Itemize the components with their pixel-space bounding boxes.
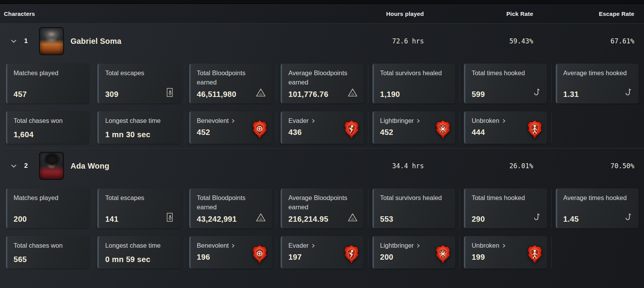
stat-card: Total chases won565	[6, 236, 89, 269]
stat-card-cell: Longest chase time1 mn 30 sec	[97, 111, 180, 144]
stat-card-label-text: Benevolent	[197, 241, 229, 250]
stat-card-label-text: Longest chase time	[105, 241, 160, 250]
stat-card-cell: Longest chase time0 mn 59 sec	[97, 236, 180, 269]
stat-card-value: 216,214.95	[288, 215, 328, 224]
stat-card-value: 309	[105, 90, 118, 99]
stat-card: Benevolent196	[189, 236, 272, 269]
bloodpoints-icon	[348, 213, 358, 224]
stat-card: Longest chase time0 mn 59 sec	[97, 236, 180, 269]
stat-card-value-row: 565	[14, 255, 83, 264]
stat-card-label-text: Evader	[288, 116, 308, 126]
empty-cell	[556, 111, 639, 144]
stat-card: Lightbringer452	[372, 111, 455, 144]
stat-card-value-row: 599	[472, 88, 541, 99]
stat-card-label-text: Total escapes	[105, 193, 144, 203]
stat-card-value-row: 200	[14, 215, 83, 224]
chevron-right-icon	[231, 243, 235, 248]
stat-card-value: 457	[14, 90, 27, 99]
stat-card-value: 46,511,980	[197, 90, 236, 99]
stat-card: Total escapes141	[97, 188, 180, 228]
stat-card-label-text: Average times hooked	[563, 193, 627, 203]
expand-chevron-icon[interactable]	[8, 160, 19, 172]
character-row-left: 2Ada Wong	[4, 152, 314, 180]
stat-card-label: Total times hooked	[472, 193, 541, 203]
stat-card-cell: Average Bloodpoints earned216,214.95	[281, 188, 363, 228]
stat-card-label: Total chases won	[14, 116, 83, 126]
stat-card-value-row: 101,776.76	[288, 88, 358, 99]
stat-card-value-row: 0 mn 59 sec	[105, 255, 175, 264]
stat-card: Benevolent452	[189, 111, 272, 144]
empty-cell	[556, 236, 639, 269]
stat-card-value: 436	[288, 128, 301, 137]
stat-card-label-text: Matches played	[14, 193, 59, 203]
character-row[interactable]: 1Gabriel Soma72.6 hrs59.43%67.61%	[0, 24, 644, 59]
stat-card-label: Total survivors healed	[380, 69, 450, 78]
stat-card-cell: Total chases won565	[6, 236, 89, 269]
stat-card: Matches played200	[6, 188, 89, 228]
stat-card-label: Total Bloodpoints earned	[197, 193, 267, 212]
stat-card-value: 197	[288, 253, 301, 262]
stat-cards-row: Total chases won565Longest chase time0 m…	[6, 236, 639, 269]
expand-chevron-icon[interactable]	[8, 35, 19, 47]
stat-card-value: 43,242,991	[197, 215, 237, 224]
stat-card: Unbroken199	[464, 236, 547, 269]
stat-card-cell: Evader436	[281, 111, 363, 144]
stat-card-label: Total chases won	[14, 241, 83, 250]
rank-number: 2	[19, 162, 33, 170]
stat-cards-row: Matches played200Total escapes141Total B…	[6, 188, 639, 228]
character-name: Ada Wong	[71, 162, 109, 171]
stat-card-value: 565	[14, 255, 27, 264]
stat-card-cell: Lightbringer452	[372, 111, 455, 144]
stat-card: Longest chase time1 mn 30 sec	[97, 111, 180, 144]
character-section: 1Gabriel Soma72.6 hrs59.43%67.61%Matches…	[0, 24, 644, 144]
character-stats-screen: Characters Hours played Pick Rate Escape…	[0, 0, 644, 288]
hook-icon	[624, 212, 633, 224]
stat-card: Lightbringer200	[372, 236, 455, 269]
stat-card-value-row: 309	[105, 88, 175, 99]
stat-card-cell: Total escapes309	[97, 64, 180, 103]
table-header: Characters Hours played Pick Rate Escape…	[0, 4, 644, 24]
character-row[interactable]: 2Ada Wong34.4 hrs26.01%70.50%	[0, 148, 644, 183]
stat-card: Unbroken444	[464, 111, 547, 144]
stat-card: Average times hooked1.45	[556, 188, 639, 228]
stat-card-label-text: Longest chase time	[105, 116, 160, 126]
stat-card-label-text: Lightbringer	[380, 116, 414, 126]
stat-card: Total survivors healed553	[372, 188, 455, 228]
character-avatar	[39, 152, 64, 180]
chevron-right-icon	[502, 243, 506, 248]
stat-card-value: 1 mn 30 sec	[105, 130, 150, 139]
stat-card-label: Total survivors healed	[380, 193, 450, 203]
stat-card-label-text: Total Bloodpoints earned	[197, 193, 265, 212]
escape-rate-value: 67.61%	[533, 37, 634, 45]
hours-played-value: 72.6 hrs	[314, 37, 424, 45]
stat-card-cell: Unbroken199	[464, 236, 547, 269]
stat-card: Total survivors healed1,190	[372, 64, 455, 103]
stat-card-label-text: Total chases won	[14, 116, 63, 126]
stat-card-value: 200	[380, 253, 393, 262]
stat-card-value-row: 1 mn 30 sec	[105, 130, 175, 139]
pick-rate-value: 26.01%	[424, 162, 533, 170]
stat-card-value: 1.31	[563, 90, 579, 99]
chevron-right-icon	[417, 119, 420, 123]
hook-icon	[533, 88, 542, 99]
character-list: 1Gabriel Soma72.6 hrs59.43%67.61%Matches…	[0, 24, 644, 269]
stat-card-label: Average Bloodpoints earned	[288, 193, 358, 212]
column-header-characters: Characters	[4, 10, 314, 17]
stat-card-label-text: Average Bloodpoints earned	[288, 69, 356, 87]
stat-card-label: Total times hooked	[472, 69, 541, 78]
stat-card-cell: Average Bloodpoints earned101,776.76	[281, 64, 363, 103]
escape-rate-value: 70.50%	[533, 162, 634, 170]
stat-card-label-text: Total survivors healed	[380, 69, 442, 78]
stat-card-value-row: 46,511,980	[197, 88, 267, 99]
stat-card: Total Bloodpoints earned46,511,980	[189, 64, 272, 103]
chevron-right-icon	[312, 243, 315, 248]
stat-card-label-text: Unbroken	[472, 116, 499, 126]
stat-card-cell: Unbroken444	[464, 111, 547, 144]
stat-card-label: Average times hooked	[563, 69, 633, 78]
stat-card-cell: Matches played457	[6, 64, 89, 103]
stat-card-cell: Total Bloodpoints earned43,242,991	[189, 188, 272, 228]
stat-card-cell: Total Bloodpoints earned46,511,980	[189, 64, 272, 103]
stat-card-value: 1.45	[563, 215, 579, 224]
stat-card: Average Bloodpoints earned101,776.76	[281, 64, 363, 103]
stat-card-cell: Benevolent196	[189, 236, 272, 269]
